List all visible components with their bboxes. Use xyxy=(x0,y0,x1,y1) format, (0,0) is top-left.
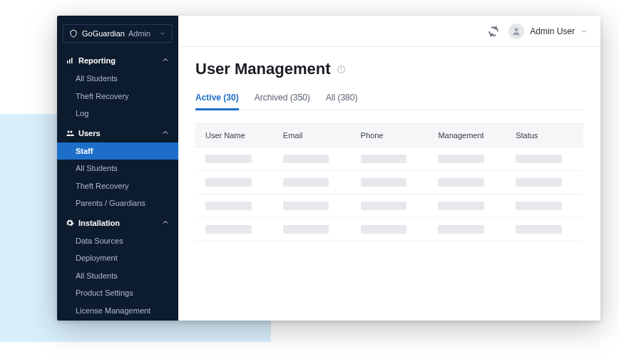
col-user-name[interactable]: User Name xyxy=(195,124,273,147)
table-cell xyxy=(195,218,273,241)
sidebar-item-product-settings[interactable]: Product Settings xyxy=(57,284,178,302)
sidebar-item-license-management[interactable]: License Management xyxy=(57,302,178,320)
skeleton-placeholder xyxy=(438,155,484,163)
skeleton-placeholder xyxy=(205,178,252,187)
section-header-installation[interactable]: Installation xyxy=(57,212,178,232)
sidebar-item-theft-recovery[interactable]: Theft Recovery xyxy=(57,319,178,321)
skeleton-placeholder xyxy=(283,155,329,163)
sidebar-item-theft-recovery[interactable]: Theft Recovery xyxy=(57,88,178,105)
bar-chart-icon xyxy=(66,56,74,65)
brand-name: GoGuardian xyxy=(82,29,125,38)
skeleton-placeholder xyxy=(205,202,252,210)
skeleton-placeholder xyxy=(205,155,252,163)
section-header-reporting[interactable]: Reporting xyxy=(57,50,178,70)
table-cell xyxy=(506,218,583,241)
section-header-users[interactable]: Users xyxy=(57,123,178,142)
section-label: Reporting xyxy=(78,56,116,65)
table-header: User NameEmailPhoneManagementStatus xyxy=(195,123,583,147)
table-cell xyxy=(273,194,351,217)
table-cell xyxy=(273,147,351,170)
col-status[interactable]: Status xyxy=(506,124,583,147)
user-table: User NameEmailPhoneManagementStatus xyxy=(195,123,583,241)
skeleton-placeholder xyxy=(516,178,562,187)
sidebar-item-log[interactable]: Log xyxy=(57,105,178,123)
col-email[interactable]: Email xyxy=(273,124,351,147)
svg-point-5 xyxy=(515,28,518,31)
sidebar-item-deployment[interactable]: Deployment xyxy=(57,249,178,267)
avatar xyxy=(508,24,524,39)
gear-icon xyxy=(66,219,74,227)
skeleton-placeholder xyxy=(516,202,562,210)
chevron-up-icon xyxy=(161,56,170,66)
table-cell xyxy=(195,147,273,170)
table-cell xyxy=(351,194,429,217)
table-row[interactable] xyxy=(195,171,583,194)
sidebar-item-all-students[interactable]: All Students xyxy=(57,267,178,285)
main-panel: Admin User User Management Active (30)Ar… xyxy=(178,16,600,321)
brand-sub: Admin xyxy=(128,29,150,38)
table-cell xyxy=(195,194,273,217)
sidebar-item-all-students[interactable]: All Students xyxy=(57,160,178,177)
users-icon xyxy=(66,129,74,137)
table-cell xyxy=(351,171,429,194)
content: User Management Active (30)Archived (350… xyxy=(178,47,600,254)
info-icon[interactable] xyxy=(337,65,346,74)
table-cell xyxy=(351,147,429,170)
skeleton-placeholder xyxy=(438,202,484,210)
sidebar-item-theft-recovery[interactable]: Theft Recovery xyxy=(57,177,178,195)
tab-all[interactable]: All (380) xyxy=(326,88,358,110)
svg-point-8 xyxy=(341,67,342,68)
sidebar-item-parents-guardians[interactable]: Parents / Guardians xyxy=(57,194,178,212)
col-phone[interactable]: Phone xyxy=(351,124,429,147)
tabs: Active (30)Archived (350)All (380) xyxy=(195,88,583,110)
table-cell xyxy=(428,147,506,170)
skeleton-placeholder xyxy=(283,178,329,187)
table-cell xyxy=(273,218,351,241)
svg-rect-1 xyxy=(69,59,71,63)
chevron-up-icon xyxy=(161,128,170,138)
svg-point-4 xyxy=(71,130,73,132)
skeleton-placeholder xyxy=(205,225,252,234)
svg-rect-2 xyxy=(71,58,73,63)
table-cell xyxy=(351,218,429,241)
skeleton-placeholder xyxy=(361,225,407,234)
col-management[interactable]: Management xyxy=(428,124,506,147)
sidebar-item-staff[interactable]: Staff xyxy=(57,142,178,160)
svg-point-3 xyxy=(68,130,70,132)
refresh-icon[interactable] xyxy=(487,25,500,38)
topbar: Admin User xyxy=(178,16,600,47)
table-cell xyxy=(506,194,583,217)
skeleton-placeholder xyxy=(516,225,562,234)
shield-icon xyxy=(69,29,78,38)
tab-active[interactable]: Active (30) xyxy=(195,88,239,110)
sidebar: GoGuardian Admin ReportingAll StudentsTh… xyxy=(57,16,178,321)
skeleton-placeholder xyxy=(283,202,329,210)
skeleton-placeholder xyxy=(361,155,407,163)
tab-archived[interactable]: Archived (350) xyxy=(255,88,310,110)
skeleton-placeholder xyxy=(283,225,329,234)
section-label: Users xyxy=(78,129,101,137)
skeleton-placeholder xyxy=(516,155,562,163)
sidebar-item-data-sources[interactable]: Data Sources xyxy=(57,232,178,250)
section-label: Installation xyxy=(78,219,120,227)
app-window: GoGuardian Admin ReportingAll StudentsTh… xyxy=(57,16,600,321)
table-cell xyxy=(428,171,506,194)
brand-switcher[interactable]: GoGuardian Admin xyxy=(63,24,173,43)
person-icon xyxy=(511,26,521,36)
chevron-down-icon xyxy=(159,30,166,37)
user-name: Admin User xyxy=(530,26,575,36)
user-menu[interactable]: Admin User xyxy=(508,24,588,39)
chevron-up-icon xyxy=(161,218,170,228)
table-cell xyxy=(428,194,506,217)
table-cell xyxy=(506,171,583,194)
skeleton-placeholder xyxy=(361,202,407,210)
svg-rect-0 xyxy=(67,61,68,63)
sidebar-item-all-students[interactable]: All Students xyxy=(57,70,178,88)
chevron-down-icon xyxy=(580,28,588,35)
skeleton-placeholder xyxy=(438,225,484,234)
table-row[interactable] xyxy=(195,147,583,171)
table-row[interactable] xyxy=(195,218,583,241)
table-row[interactable] xyxy=(195,194,583,218)
table-cell xyxy=(506,147,583,170)
page-title: User Management xyxy=(195,60,331,78)
